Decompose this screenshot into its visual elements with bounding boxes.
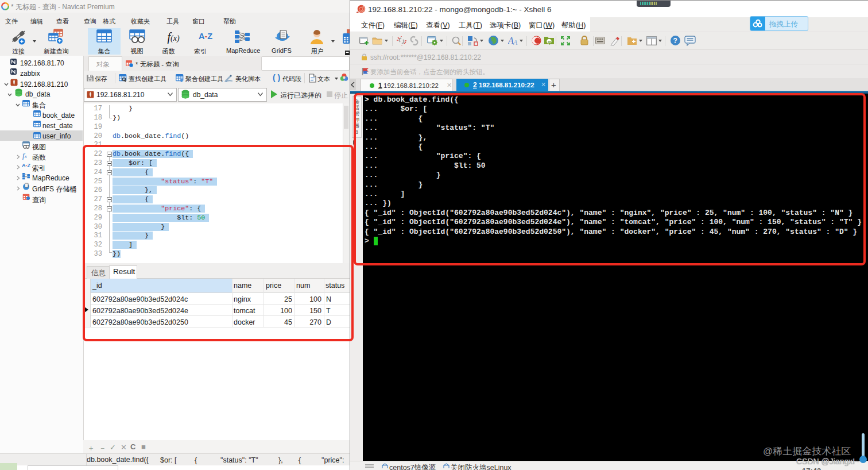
svg-text:Σ: Σ bbox=[180, 78, 183, 83]
svg-text:A: A bbox=[513, 38, 518, 46]
svg-text:?: ? bbox=[673, 37, 677, 45]
svg-text:φ: φ bbox=[548, 39, 552, 45]
